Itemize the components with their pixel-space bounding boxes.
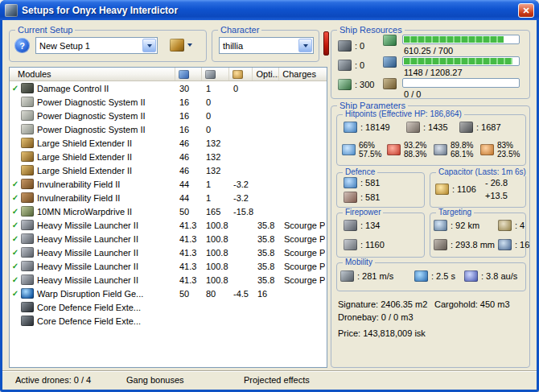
module-row[interactable]: Core Defence Field Exte... bbox=[10, 300, 327, 314]
setup-combobox-value: New Setup 1 bbox=[36, 41, 142, 51]
invulnerability-field-icon bbox=[21, 192, 34, 203]
module-name: Heavy Missile Launcher II bbox=[37, 262, 176, 271]
module-cpu-value: 50 bbox=[176, 289, 203, 299]
close-button[interactable]: ✕ bbox=[518, 3, 534, 18]
module-row[interactable]: Power Diagnostic System II160 bbox=[10, 122, 327, 136]
modules-rows: ✓Damage Control II3010Power Diagnostic S… bbox=[10, 81, 327, 367]
speed-icon bbox=[340, 270, 354, 282]
mobility-label: Mobility bbox=[343, 258, 375, 266]
module-row[interactable]: ✓Heavy Missile Launcher II41.3100.835.8S… bbox=[10, 259, 327, 273]
module-row[interactable]: ✓10MN MicroWarpdrive II50165-15.8 bbox=[10, 204, 327, 218]
module-powergrid-value: 1 bbox=[203, 193, 230, 203]
projected-effects-expander[interactable]: Projected effects bbox=[244, 375, 310, 385]
module-powergrid-value: 100.8 bbox=[203, 234, 230, 244]
module-capacitor-value: 0 bbox=[230, 84, 254, 93]
help-icon: ? bbox=[19, 41, 25, 51]
module-row[interactable]: ✓Heavy Missile Launcher II41.3100.835.8S… bbox=[10, 232, 327, 246]
module-powergrid-value: 132 bbox=[203, 152, 230, 162]
current-setup-group: Current Setup ? New Setup 1 bbox=[9, 30, 207, 62]
powergrid-icon bbox=[383, 56, 397, 68]
missile-launcher-icon bbox=[21, 233, 34, 244]
module-charge-value: Scourge Pre bbox=[281, 275, 325, 285]
module-optimal-value: 35.8 bbox=[254, 221, 281, 230]
module-optimal-value: 35.8 bbox=[254, 234, 281, 244]
module-row[interactable]: Large Shield Extender II46132 bbox=[10, 150, 327, 163]
module-row[interactable]: ✓Heavy Missile Launcher II41.3100.835.8S… bbox=[10, 246, 327, 259]
invulnerability-field-icon bbox=[21, 179, 34, 189]
module-row[interactable]: Large Shield Extender II46132 bbox=[10, 163, 327, 177]
module-name: Large Shield Extender II bbox=[37, 138, 176, 148]
module-capacitor-value: -3.2 bbox=[230, 193, 254, 203]
firepower-label: Firepower bbox=[343, 208, 383, 217]
module-row[interactable]: ✓Warp Disruption Field Ge...5080-4.516 bbox=[10, 287, 327, 300]
module-cpu-value: 30 bbox=[176, 84, 203, 93]
dronebay-value: Dronebay: 0 / 0 m3 bbox=[338, 312, 414, 322]
setup-combobox[interactable]: New Setup 1 bbox=[35, 37, 158, 54]
capacitor-column-header[interactable] bbox=[229, 68, 253, 80]
defence-label: Defence bbox=[343, 167, 377, 176]
explosive-shield-resist: 83% bbox=[497, 141, 520, 150]
module-cpu-value: 16 bbox=[176, 111, 203, 121]
gang-bonuses-expander[interactable]: Gang bonuses bbox=[126, 375, 184, 385]
module-active-check-icon: ✓ bbox=[10, 221, 21, 229]
defence-group: Defence : 581 : 581 bbox=[336, 172, 425, 208]
module-name: Large Shield Extender II bbox=[37, 166, 176, 175]
character-combobox[interactable]: thillia bbox=[219, 37, 314, 54]
character-group: Character thillia bbox=[212, 30, 319, 62]
microwarpdrive-icon bbox=[21, 206, 34, 217]
setup-tools-button[interactable] bbox=[163, 36, 200, 54]
cpu-bar-fill bbox=[404, 36, 504, 43]
em-shield-resist: 66% bbox=[359, 141, 381, 150]
modules-table-header: Modules Opti... Charges bbox=[10, 68, 327, 81]
em-armor-resist: 57.5% bbox=[359, 150, 381, 159]
module-powergrid-value: 0 bbox=[203, 97, 230, 107]
warp-speed-value: : 3.8 au/s bbox=[481, 271, 517, 281]
targeting-range-icon bbox=[434, 220, 447, 231]
mobility-group: Mobility : 281 m/s : 2.5 s : 3.8 au/s bbox=[336, 262, 526, 291]
module-row[interactable]: ✓Heavy Missile Launcher II41.3100.835.8S… bbox=[10, 218, 327, 232]
shield-hp-value: : 18149 bbox=[360, 122, 390, 132]
module-row[interactable]: Power Diagnostic System II160 bbox=[10, 109, 327, 122]
module-powergrid-value: 100.8 bbox=[203, 248, 230, 258]
calibration-value: : 300 bbox=[355, 80, 374, 89]
kinetic-armor-resist: 68.1% bbox=[451, 150, 473, 159]
max-velocity-value: : 281 m/s bbox=[357, 271, 393, 281]
powergrid-column-header[interactable] bbox=[202, 68, 229, 80]
capacitor-recharge-value: +13.5 bbox=[485, 191, 508, 200]
powergrid-column-icon bbox=[205, 70, 216, 79]
module-name: Heavy Missile Launcher II bbox=[37, 248, 176, 258]
warp-disruption-icon bbox=[21, 288, 34, 299]
module-name: Heavy Missile Launcher II bbox=[37, 234, 176, 244]
firepower-value-2: : 1160 bbox=[360, 240, 385, 250]
explosive-resist-icon bbox=[480, 144, 494, 155]
titlebar[interactable]: Setups for Onyx Heavy Interdictor ✕ bbox=[0, 0, 539, 20]
module-active-check-icon: ✓ bbox=[10, 179, 21, 188]
modules-column-header[interactable]: Modules bbox=[10, 68, 175, 80]
module-row[interactable]: ✓Invulnerability Field II441-3.2 bbox=[10, 191, 327, 204]
module-row[interactable]: Core Defence Field Exte... bbox=[10, 314, 327, 328]
charges-column-header[interactable]: Charges bbox=[279, 68, 327, 80]
module-name: 10MN MicroWarpdrive II bbox=[37, 207, 176, 217]
shield-extender-icon bbox=[21, 151, 34, 162]
module-row[interactable]: Power Diagnostic System II160 bbox=[10, 95, 327, 109]
capacitor-amount: : 1106 bbox=[452, 184, 476, 194]
character-label: Character bbox=[218, 25, 261, 35]
cpu-column-header[interactable] bbox=[175, 68, 202, 80]
armor-hp-value: : 1435 bbox=[423, 122, 448, 132]
setup-dropdown-button[interactable] bbox=[142, 39, 156, 52]
volley-icon bbox=[344, 220, 357, 231]
character-dropdown-button[interactable] bbox=[298, 39, 312, 52]
module-row[interactable]: ✓Heavy Missile Launcher II41.3100.835.8S… bbox=[10, 273, 327, 287]
optimal-column-header[interactable]: Opti... bbox=[253, 68, 279, 80]
structure-hp-value: : 1687 bbox=[476, 122, 501, 132]
module-row[interactable]: ✓Damage Control II3010 bbox=[10, 81, 327, 95]
help-button[interactable]: ? bbox=[14, 38, 30, 53]
module-active-check-icon: ✓ bbox=[10, 289, 21, 298]
module-row[interactable]: Large Shield Extender II46132 bbox=[10, 136, 327, 150]
module-powergrid-value: 1 bbox=[203, 84, 230, 93]
module-row[interactable]: ✓Invulnerability Field II441-3.2 bbox=[10, 177, 327, 191]
active-drones-expander[interactable]: Active drones: 0 / 4 bbox=[15, 375, 91, 385]
kinetic-resist-icon bbox=[434, 144, 447, 155]
cargohold-value: Cargohold: 450 m3 bbox=[434, 299, 510, 309]
module-capacitor-value: -15.8 bbox=[230, 207, 254, 217]
